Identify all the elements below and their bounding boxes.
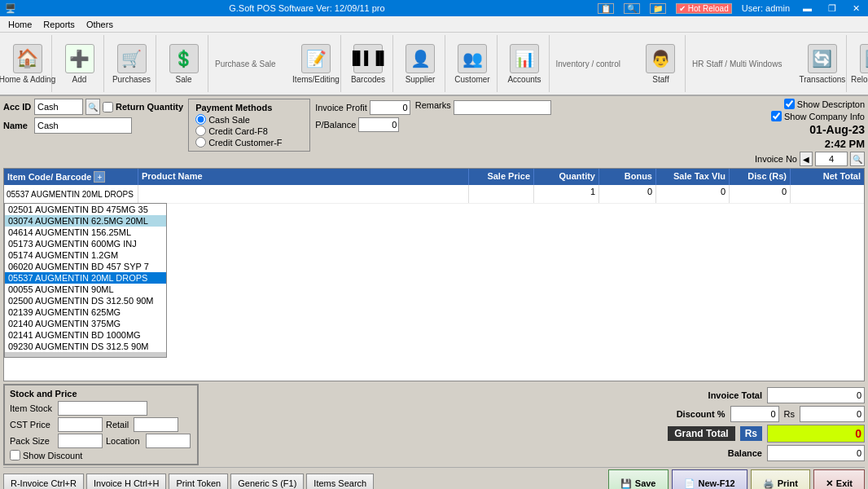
autocomplete-item[interactable]: 00055 AUGMENTIN 90ML	[5, 284, 166, 295]
show-description-label: Show Descripton	[797, 99, 865, 109]
acc-search-btn[interactable]: 🔍	[85, 99, 100, 115]
autocomplete-item[interactable]: 05173 AUGMENTIN 600MG INJ	[5, 238, 166, 249]
title-bar: 🖥️ G.Soft POS Software Ver: 12/09/11 pro…	[0, 0, 868, 16]
invoice-total-input[interactable]	[767, 387, 865, 403]
acc-id-input[interactable]	[34, 99, 83, 115]
staff-icon[interactable]: 👨	[646, 44, 675, 73]
autocomplete-item-selected[interactable]: 05537 AUGMENTIN 20ML DROPS	[5, 272, 166, 284]
cst-price-input[interactable]	[58, 417, 103, 432]
icon-btn-2[interactable]: 🔍	[624, 3, 640, 14]
hot-reload-btn[interactable]: ✔ Hot Reload	[676, 3, 732, 14]
autocomplete-dropdown: 02501 AUGMENTIN BD 475MG 35 03074 AUGMEN…	[4, 203, 167, 358]
close-btn[interactable]: ✕	[849, 3, 863, 14]
autocomplete-item[interactable]: 02141 AUGMENTIN BD 1000MG	[5, 329, 166, 341]
table-body: 1 0 0 0 02501 AUGMENTIN BD 475MG 35 0307…	[4, 185, 864, 381]
items-label: Items/Editing	[292, 75, 340, 84]
autocomplete-item[interactable]: 02140 AUGMENTIN 375MG	[5, 318, 166, 329]
customer-label: Customer	[454, 75, 489, 84]
retail-input[interactable]	[134, 417, 178, 432]
save-button[interactable]: 💾 Save	[608, 469, 669, 489]
location-input[interactable]	[146, 434, 191, 448]
barcodes-icon[interactable]: ▐▌▌▐▌	[353, 44, 383, 73]
rs-label: Rs	[784, 409, 795, 419]
purchases-icon[interactable]: 🛒	[117, 44, 147, 73]
payment-title: Payment Methods	[195, 103, 303, 112]
autocomplete-scrollbar[interactable]	[5, 352, 166, 357]
invoice-prev-btn[interactable]: ◀	[800, 152, 813, 166]
credit-customer-option[interactable]: Credit Customer-F	[195, 137, 303, 148]
new-f12-button[interactable]: 📄 New-F12	[672, 469, 747, 489]
print-token-btn[interactable]: Print Token	[169, 474, 228, 489]
hr-staff-label: HR Staff / Multi Windows	[689, 59, 785, 68]
invoice-total-row: Invoice Total	[202, 387, 865, 403]
items-icon[interactable]: 📝	[301, 44, 331, 73]
menu-others[interactable]: Others	[81, 18, 118, 31]
exit-button[interactable]: ✕ Exit	[813, 469, 865, 489]
invoice-profit-input[interactable]	[370, 100, 410, 115]
autocomplete-item[interactable]: 04614 AUGMENTIN 156.25ML	[5, 227, 166, 238]
invoice-no-input[interactable]	[815, 152, 848, 166]
show-discount-checkbox[interactable]	[10, 450, 20, 460]
items-search-btn[interactable]: Items Search	[306, 474, 374, 489]
autocomplete-item[interactable]: 03074 AUGMENTIN 62.5MG 20ML	[5, 215, 166, 227]
invoice-h-btn[interactable]: Invoice H Ctrl+H	[86, 474, 166, 489]
minimize-btn[interactable]: ▬	[800, 3, 815, 13]
return-qty-checkbox[interactable]	[103, 102, 113, 112]
add-row-btn[interactable]: +	[94, 171, 105, 183]
transactions-icon[interactable]: 🔄	[808, 44, 837, 73]
col-sale-price: Sale Price	[469, 169, 534, 185]
item-code-cell[interactable]	[4, 185, 138, 203]
cash-sale-option[interactable]: Cash Sale	[195, 114, 303, 125]
generic-s-btn[interactable]: Generic S (F1)	[230, 474, 304, 489]
show-company-info-checkbox[interactable]	[771, 111, 782, 121]
buttons-row: R-Invoice Ctrl+R Invoice H Ctrl+H Print …	[3, 467, 865, 489]
tax-cell: 0	[656, 185, 730, 203]
icon-btn-3[interactable]: 📁	[650, 3, 666, 14]
autocomplete-item[interactable]: 02139 AUGMENTIN 625MG	[5, 306, 166, 318]
item-code-input[interactable]	[5, 186, 137, 202]
autocomplete-item[interactable]: 06020 AUGMENTIN BD 457 SYP 7	[5, 261, 166, 272]
add-icon[interactable]: ➕	[65, 44, 94, 73]
grand-total-input[interactable]	[767, 425, 865, 443]
staff-label: Staff	[652, 75, 669, 84]
col-net-total: Net Total	[791, 169, 864, 185]
table-row: 1 0 0 0	[4, 185, 864, 204]
show-description-checkbox[interactable]	[784, 99, 795, 109]
p-balance-label: P/Balance	[315, 120, 356, 130]
cst-price-label: CST Price	[10, 420, 55, 430]
invoice-total-label: Invoice Total	[708, 390, 762, 400]
retail-label: Retail	[106, 420, 130, 430]
discount-pct-input[interactable]	[730, 406, 779, 422]
autocomplete-item[interactable]: 09230 AUGMENTIN DS 312.5 90M	[5, 341, 166, 352]
remarks-input[interactable]	[454, 100, 551, 115]
p-balance-input[interactable]	[358, 117, 399, 132]
supplier-icon[interactable]: 👤	[406, 44, 435, 73]
name-label: Name	[3, 121, 32, 130]
customer-icon[interactable]: 👥	[458, 44, 487, 73]
sale-icon[interactable]: 💲	[169, 44, 199, 73]
date-display: 01-Aug-23	[809, 123, 865, 136]
autocomplete-item[interactable]: 02501 AUGMENTIN BD 475MG 35	[5, 204, 166, 215]
credit-card-option[interactable]: Credit Card-F8	[195, 126, 303, 136]
toolbar-group-staff: 👨 Staff	[637, 35, 686, 92]
name-input[interactable]	[34, 117, 132, 134]
menu-home[interactable]: Home	[3, 18, 37, 31]
balance-input[interactable]	[767, 445, 865, 461]
icon-btn-1[interactable]: 📋	[598, 3, 614, 14]
r-invoice-btn[interactable]: R-Invoice Ctrl+R	[3, 474, 84, 489]
print-button[interactable]: 🖨️ Print	[751, 469, 810, 489]
accounts-icon[interactable]: 📊	[510, 44, 539, 73]
autocomplete-item[interactable]: 05174 AUGMENTIN 1.2GM	[5, 249, 166, 261]
invoice-search-btn[interactable]: 🔍	[850, 152, 865, 166]
reload-icon[interactable]: 🔃	[860, 44, 868, 73]
maximize-btn[interactable]: ❐	[825, 3, 840, 14]
bonus-cell: 0	[599, 185, 656, 203]
menu-reports[interactable]: Reports	[38, 18, 80, 31]
home-icon[interactable]: 🏠	[13, 44, 42, 73]
discount-rs-input[interactable]	[800, 406, 865, 422]
remarks-label: Remarks	[415, 100, 451, 110]
pack-size-input[interactable]	[58, 434, 103, 448]
autocomplete-item[interactable]: 02500 AUGMENTIN DS 312.50 90M	[5, 295, 166, 306]
location-label: Location	[106, 436, 142, 446]
item-stock-input[interactable]	[58, 401, 147, 416]
